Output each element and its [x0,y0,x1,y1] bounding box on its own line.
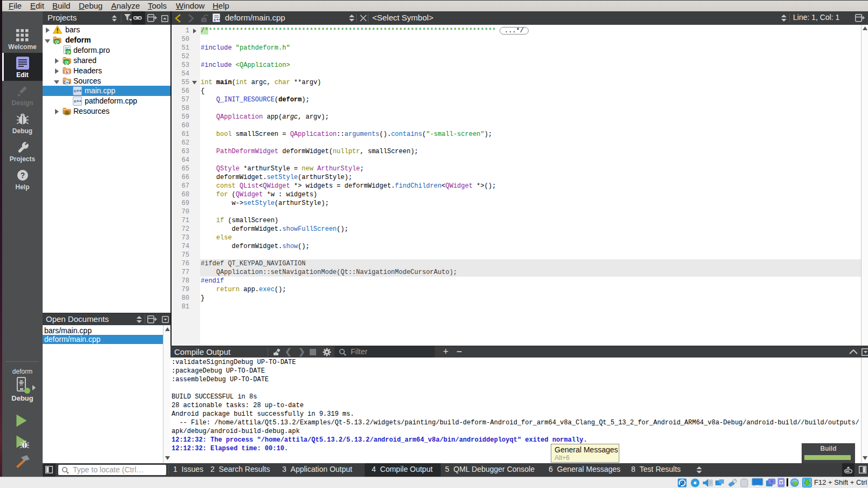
svg-text:V: V [780,480,782,485]
svg-text:?: ? [20,171,25,180]
svg-text:C++: C++ [64,81,70,85]
svg-text:h: h [66,70,69,75]
